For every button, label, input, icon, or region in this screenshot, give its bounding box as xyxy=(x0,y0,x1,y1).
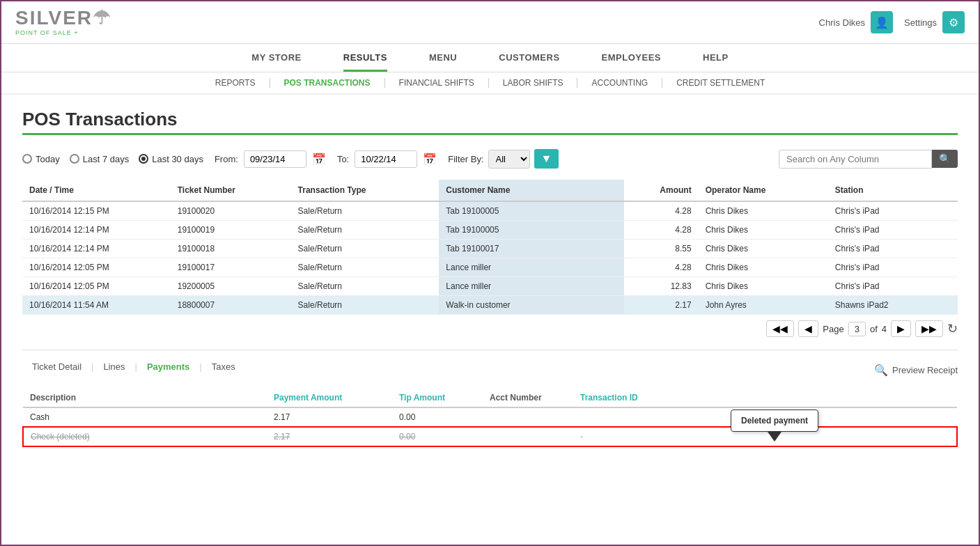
from-date-input[interactable] xyxy=(244,150,306,168)
to-date-input[interactable] xyxy=(355,150,417,168)
pcell-tip-amount: 0.00 xyxy=(392,407,483,427)
user-icon[interactable]: 👤 xyxy=(871,11,893,33)
cell-station: Chris's iPad xyxy=(828,221,958,240)
refresh-btn[interactable]: ↻ xyxy=(947,321,958,336)
nav-my-store[interactable]: MY STORE xyxy=(251,52,301,72)
next-page-btn[interactable]: ▶ xyxy=(891,320,911,337)
pcell-description-deleted: Check (deleted) xyxy=(23,427,267,446)
cell-customer: Tab 19100005 xyxy=(439,221,624,240)
radio-circle-today xyxy=(22,154,32,164)
filters-bar: Today Last 7 days Last 30 days From: 📅 T… xyxy=(22,149,958,169)
radio-last7[interactable]: Last 7 days xyxy=(70,154,130,164)
subnav-financial-shifts[interactable]: FINANCIAL SHIFTS xyxy=(385,78,489,88)
radio-last30[interactable]: Last 30 days xyxy=(139,154,203,164)
nav-results[interactable]: RESULTS xyxy=(343,52,387,72)
cell-station: Chris's iPad xyxy=(828,201,958,221)
subnav-reports[interactable]: REPORTS xyxy=(201,78,270,88)
subnav-credit-settlement[interactable]: CREDIT SETTLEMENT xyxy=(662,78,779,88)
table-row[interactable]: 10/16/2014 12:05 PM 19200005 Sale/Return… xyxy=(22,277,958,296)
col-datetime[interactable]: Date / Time xyxy=(22,180,171,201)
username-label: Chris Dikes xyxy=(819,17,865,28)
page-title: POS Transactions xyxy=(22,109,958,130)
preview-receipt-btn[interactable]: 🔍 Preview Receipt xyxy=(874,364,958,377)
date-range-radio-group: Today Last 7 days Last 30 days xyxy=(22,154,203,164)
page-label: Page xyxy=(823,324,843,334)
table-row[interactable]: 10/16/2014 12:14 PM 19100018 Sale/Return… xyxy=(22,240,958,258)
to-calendar-icon[interactable]: 📅 xyxy=(423,153,437,166)
cell-customer: Tab 19100017 xyxy=(439,240,624,258)
payments-table-header: Description Payment Amount Tip Amount Ac… xyxy=(23,389,957,407)
cell-operator: Chris Dikes xyxy=(699,277,828,296)
first-page-btn[interactable]: ◀◀ xyxy=(766,320,794,337)
col-type[interactable]: Transaction Type xyxy=(291,180,440,201)
subnav-labor-shifts[interactable]: LABOR SHIFTS xyxy=(489,78,578,88)
col-customer[interactable]: Customer Name xyxy=(439,180,624,201)
of-label: of xyxy=(870,324,878,334)
cell-operator: Chris Dikes xyxy=(699,240,828,258)
cell-ticket: 18800007 xyxy=(171,296,291,315)
prev-page-btn[interactable]: ◀ xyxy=(798,320,818,337)
col-operator[interactable]: Operator Name xyxy=(699,180,828,201)
tooltip-arrow-icon xyxy=(768,432,781,442)
filter-by-label: Filter By: xyxy=(448,154,483,164)
tooltip-text: Deleted payment xyxy=(741,416,808,426)
radio-today[interactable]: Today xyxy=(22,154,60,164)
user-info: Chris Dikes 👤 xyxy=(819,11,893,33)
from-calendar-icon[interactable]: 📅 xyxy=(312,153,326,166)
cell-amount: 4.28 xyxy=(624,201,698,221)
preview-receipt-label: Preview Receipt xyxy=(892,365,958,375)
pcol-acct-number: Acct Number xyxy=(483,389,573,407)
cell-ticket: 19100018 xyxy=(171,240,291,258)
subnav-pos-transactions[interactable]: POS TRANSACTIONS xyxy=(270,78,385,88)
cell-customer: Walk-in customer xyxy=(439,296,624,315)
settings-label: Settings xyxy=(904,17,937,28)
table-row[interactable]: 10/16/2014 11:54 AM 18800007 Sale/Return… xyxy=(22,296,958,315)
cell-operator: Chris Dikes xyxy=(699,221,828,240)
nav-customers[interactable]: CUSTOMERS xyxy=(499,52,559,72)
from-date-group: From: 📅 xyxy=(215,150,326,168)
cell-datetime: 10/16/2014 12:05 PM xyxy=(22,258,171,277)
radio-last30-label: Last 30 days xyxy=(152,154,203,164)
cell-customer: Lance miller xyxy=(439,258,624,277)
search-button[interactable]: 🔍 xyxy=(932,150,958,168)
tab-payments[interactable]: Payments xyxy=(137,357,199,376)
tab-taxes[interactable]: Taxes xyxy=(202,357,245,376)
radio-circle-last30 xyxy=(139,154,148,164)
cell-station: Chris's iPad xyxy=(828,240,958,258)
tab-ticket-detail[interactable]: Ticket Detail xyxy=(22,357,91,376)
col-amount[interactable]: Amount xyxy=(624,180,698,201)
settings-icon[interactable]: ⚙ xyxy=(942,11,965,33)
current-page[interactable]: 3 xyxy=(848,322,866,336)
pagination: ◀◀ ◀ Page 3 of 4 ▶ ▶▶ ↻ xyxy=(22,315,958,343)
page-info: Page 3 of 4 xyxy=(823,322,887,336)
cell-type: Sale/Return xyxy=(291,296,440,315)
cell-operator: Chris Dikes xyxy=(699,258,828,277)
filter-dropdown-btn[interactable]: ▼ xyxy=(534,149,559,169)
search-input[interactable] xyxy=(779,150,932,169)
filter-by-select[interactable]: All xyxy=(488,150,530,169)
cell-datetime: 10/16/2014 12:14 PM xyxy=(22,221,171,240)
nav-help[interactable]: HELP xyxy=(703,52,729,72)
from-label: From: xyxy=(215,154,238,164)
pcell-payment-amount-deleted: 2.17 xyxy=(267,427,392,446)
table-row[interactable]: 10/16/2014 12:15 PM 19100020 Sale/Return… xyxy=(22,201,958,221)
subnav-accounting[interactable]: ACCOUNTING xyxy=(577,78,662,88)
col-station[interactable]: Station xyxy=(828,180,958,201)
logo-text: SILVER☂ xyxy=(15,8,111,28)
radio-today-label: Today xyxy=(36,154,60,164)
nav-menu[interactable]: MENU xyxy=(429,52,457,72)
cell-station: Shawns iPad2 xyxy=(828,296,958,315)
preview-icon: 🔍 xyxy=(874,364,888,377)
col-ticket[interactable]: Ticket Number xyxy=(171,180,291,201)
tooltip-box: Deleted payment xyxy=(731,410,818,432)
cell-customer: Lance miller xyxy=(439,277,624,296)
last-page-btn[interactable]: ▶▶ xyxy=(915,320,943,337)
table-row[interactable]: 10/16/2014 12:14 PM 19100019 Sale/Return… xyxy=(22,221,958,240)
cell-operator: John Ayres xyxy=(699,296,828,315)
main-content: POS Transactions Today Last 7 days Last … xyxy=(1,95,979,461)
pcell-tip-amount-deleted: 0.00 xyxy=(392,427,483,446)
table-row[interactable]: 10/16/2014 12:05 PM 19100017 Sale/Return… xyxy=(22,258,958,277)
total-pages: 4 xyxy=(882,324,887,334)
nav-employees[interactable]: EMPLOYEES xyxy=(602,52,661,72)
tab-lines[interactable]: Lines xyxy=(93,357,134,376)
